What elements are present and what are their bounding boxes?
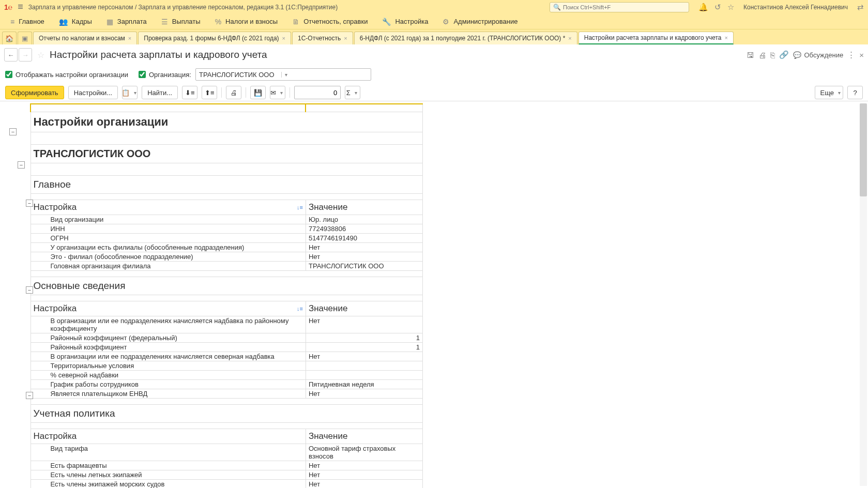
tab-3[interactable]: 6-НДФЛ (с 2021 года) за 1 полугодие 2021… [354, 32, 577, 44]
expand-button[interactable]: ⬇≡ [182, 86, 197, 99]
save-icon[interactable]: 🖫 [747, 51, 754, 59]
window-titlebar: 1℮ ≡ Зарплата и управление персоналом / … [0, 0, 868, 14]
user-menu-icon[interactable]: ⇄ [857, 3, 864, 12]
collapse-button[interactable]: ⬆≡ [202, 86, 217, 99]
save-button[interactable]: 💾 [250, 86, 266, 99]
star-icon[interactable]: ☆ [727, 3, 734, 12]
menu-admin[interactable]: ⚙Администрирование [435, 14, 525, 29]
print-icon[interactable]: 🖨 [758, 51, 766, 59]
org-checkbox[interactable]: Организация: [139, 71, 191, 79]
nav-forward-button[interactable]: → [19, 48, 32, 62]
settings-button[interactable]: Настройки... [68, 86, 118, 99]
copy-icon[interactable]: ⎘ [770, 51, 775, 59]
app-logo-icon: 1℮ [4, 3, 12, 11]
page-title: Настройки расчета зарплаты и кадрового у… [50, 49, 741, 60]
search-box[interactable]: 🔍 [550, 2, 689, 12]
close-icon[interactable]: × [282, 35, 285, 41]
menu-vyplaty[interactable]: ☰Выплаты [154, 14, 208, 29]
menu-otchetnost[interactable]: 🗎Отчетность, справки [285, 14, 375, 29]
gear-icon: ⚙ [443, 18, 449, 26]
more-button[interactable]: Еще [815, 86, 843, 99]
toolbar: Сформировать Настройки... 📋 Найти... ⬇≡ … [0, 84, 868, 101]
close-icon[interactable]: × [724, 35, 727, 41]
main-menu: ≡Главное 👥Кадры ▦Зарплата ☰Выплаты %Нало… [0, 14, 868, 29]
search-icon: 🔍 [553, 4, 561, 11]
sum-button[interactable]: Σ [345, 86, 360, 99]
wrench-icon: 🔧 [382, 18, 391, 26]
mail-button[interactable]: ✉ [270, 86, 285, 99]
tab-1[interactable]: Проверка разд. 1 формы 6-НДФЛ (с 2021 го… [138, 32, 291, 44]
show-org-checkbox[interactable]: Отображать настройки организации [5, 71, 128, 79]
sum-input[interactable] [294, 86, 341, 99]
menu-icon: ≡ [10, 18, 14, 26]
chat-icon: 💬 [793, 51, 801, 59]
org-select[interactable]: ТРАНСЛОГИСТИК ООО▾ [195, 68, 371, 81]
link-icon[interactable]: 🔗 [779, 50, 789, 59]
print-button[interactable]: 🖨 [226, 86, 241, 99]
money-icon: ☰ [161, 18, 168, 26]
find-button[interactable]: Найти... [142, 86, 178, 99]
page-header: ← → ☆ Настройки расчета зарплаты и кадро… [0, 44, 868, 65]
panels-tab-icon[interactable]: ▣ [18, 32, 32, 44]
close-icon[interactable]: × [568, 35, 571, 41]
discuss-button[interactable]: 💬Обсуждение [793, 51, 843, 59]
doc-icon: 🗎 [292, 18, 299, 26]
username-label[interactable]: Константинов Алексей Геннадиевич [743, 4, 848, 11]
dropdown-icon: ▾ [281, 72, 368, 78]
tab-4[interactable]: Настройки расчета зарплаты и кадрового у… [578, 32, 734, 44]
people-icon: 👥 [59, 18, 68, 26]
variants-button[interactable]: 📋 [122, 86, 138, 99]
tab-2[interactable]: 1С-Отчетность× [292, 32, 353, 44]
close-icon[interactable]: × [128, 35, 131, 41]
filter-bar: Отображать настройки организации Организ… [0, 65, 868, 84]
kebab-icon[interactable]: ⋮ [847, 50, 855, 59]
nav-back-button[interactable]: ← [4, 48, 18, 62]
help-button[interactable]: ? [847, 86, 863, 99]
bell-icon[interactable]: 🔔 [698, 3, 708, 12]
menu-zarplata[interactable]: ▦Зарплата [99, 14, 154, 29]
search-input[interactable] [563, 4, 686, 10]
menu-nalogi[interactable]: %Налоги и взносы [208, 14, 285, 29]
history-icon[interactable]: ↺ [714, 3, 721, 12]
menu-nastroika[interactable]: 🔧Настройка [375, 14, 435, 29]
tab-0[interactable]: Отчеты по налогам и взносам× [33, 32, 137, 44]
hamburger-icon[interactable]: ≡ [18, 2, 23, 12]
favorite-star-icon[interactable]: ☆ [37, 50, 44, 60]
tab-bar: 🏠 ▣ Отчеты по налогам и взносам× Проверк… [0, 29, 868, 44]
report-area[interactable]: −−−−− Настройки организацииТРАНСЛОГИСТИК… [0, 101, 868, 101]
window-title: Зарплата и управление персоналом / Зарпл… [28, 4, 544, 11]
calendar-icon: ▦ [106, 18, 113, 26]
close-icon[interactable]: × [344, 35, 347, 41]
form-button[interactable]: Сформировать [5, 86, 64, 99]
home-tab-icon[interactable]: 🏠 [2, 32, 17, 44]
menu-hamburger[interactable]: ≡Главное [3, 14, 52, 29]
close-page-icon[interactable]: × [859, 51, 864, 59]
percent-icon: % [215, 18, 221, 26]
menu-kadry[interactable]: 👥Кадры [52, 14, 99, 29]
